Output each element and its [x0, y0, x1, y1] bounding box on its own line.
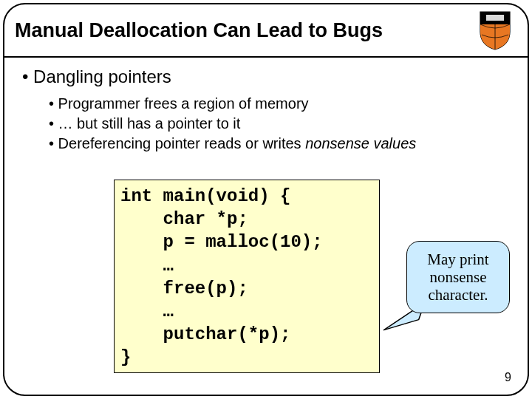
bullet-l2c-italic: nonsense values: [305, 135, 416, 151]
bullet-level1: • Dangling pointers: [22, 66, 514, 87]
callout-box: May print nonsense character.: [406, 241, 510, 313]
bullet-level2: • … but still has a pointer to it: [49, 115, 514, 133]
bullet-l2a-text: Programmer frees a region of memory: [58, 95, 309, 112]
bullet-l2b-text: … but still has a pointer to it: [58, 115, 241, 132]
callout-text: May print nonsense character.: [410, 250, 506, 304]
bullet-level2: • Programmer frees a region of memory: [49, 95, 514, 113]
body-content: • Dangling pointers • Programmer frees a…: [4, 58, 528, 153]
bullet-l2c-prefix: Dereferencing pointer reads or writes: [58, 135, 306, 151]
slide-title: Manual Deallocation Can Lead to Bugs: [15, 19, 477, 42]
bullet-level2: • Dereferencing pointer reads or writes …: [49, 134, 514, 153]
shield-icon: [477, 10, 513, 51]
code-block: int main(void) { char *p; p = malloc(10)…: [114, 180, 380, 373]
page-number: 9: [505, 371, 511, 384]
bullet-l1-text: Dangling pointers: [33, 66, 171, 86]
svg-rect-0: [486, 15, 504, 21]
slide-frame: Manual Deallocation Can Lead to Bugs • D…: [3, 3, 529, 396]
title-bar: Manual Deallocation Can Lead to Bugs: [4, 4, 528, 58]
